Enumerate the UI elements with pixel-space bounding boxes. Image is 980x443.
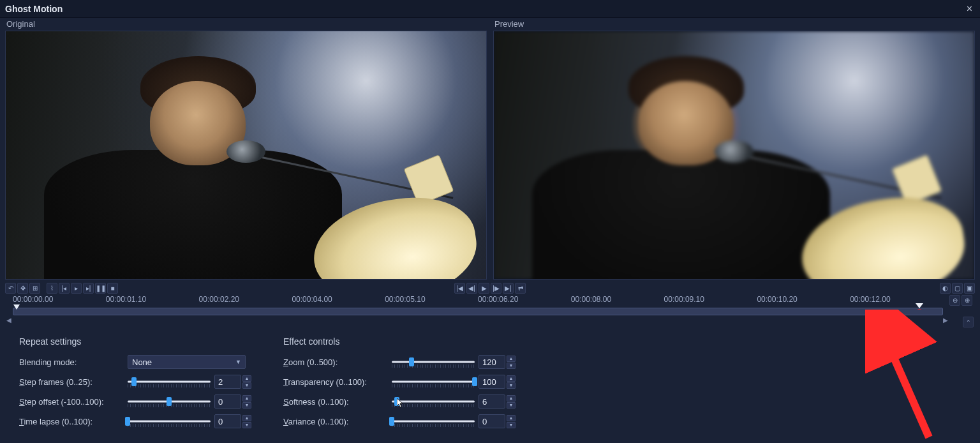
playhead-marker[interactable] [13, 304, 20, 310]
close-button[interactable]: × [964, 3, 975, 15]
tick-8: 00:00:10.20 [757, 295, 797, 304]
tick-6: 00:00:08.00 [571, 295, 611, 304]
timeline-zoom-in-button[interactable]: ⊕ [961, 295, 972, 306]
tick-3: 00:00:04.00 [292, 295, 332, 304]
settings-area: Repeat settings Blending mode: None ▼ St… [0, 325, 980, 433]
scroll-left-button[interactable]: ◀ [6, 317, 11, 324]
play-button[interactable]: ▶ [479, 283, 489, 294]
effect-controls-panel: Effect controls Zoom (0..500): ▲▼ Transp… [283, 336, 516, 428]
preview-label: Preview [494, 19, 975, 29]
variance-slider[interactable] [392, 416, 475, 427]
tick-9: 00:00:12.00 [850, 295, 890, 304]
next-keyframe-button[interactable]: ▸| [83, 283, 94, 294]
step-frames-slider[interactable] [128, 376, 211, 387]
repeat-heading: Repeat settings [19, 336, 251, 347]
time-lapse-slider[interactable] [128, 416, 211, 427]
timeline-zoom-out-button[interactable]: ⊖ [949, 295, 960, 306]
variance-input[interactable] [479, 414, 505, 428]
zigzag-button[interactable]: ⌇ [47, 283, 57, 294]
timeline-track-row [0, 308, 980, 317]
transparency-slider[interactable] [392, 376, 475, 387]
tick-0: 00:00:00.00 [13, 295, 53, 304]
effect-heading: Effect controls [283, 336, 516, 347]
fullscreen-button[interactable]: ▣ [964, 283, 975, 294]
blending-mode-label: Blending mode: [19, 357, 128, 367]
tick-7: 00:00:09.10 [664, 295, 704, 304]
zoom-input[interactable] [479, 355, 505, 369]
scroll-right-button[interactable]: ▶ [943, 317, 948, 324]
gauge-button[interactable]: ◐ [940, 283, 951, 294]
tick-5: 00:00:06.20 [478, 295, 518, 304]
preview-video[interactable] [493, 31, 975, 280]
transport-controls: |◀ ◀| ▶ |▶ ▶| ⇄ [454, 283, 526, 294]
pause-small-button[interactable]: ❚❚ [95, 283, 106, 294]
go-start-button[interactable]: |◀ [454, 283, 465, 294]
time-lapse-spinner[interactable]: ▲▼ [242, 415, 251, 428]
crop-tool-button[interactable]: ⊞ [29, 283, 40, 294]
step-offset-slider[interactable] [128, 396, 211, 407]
step-forward-button[interactable]: |▶ [491, 283, 501, 294]
play-small-button[interactable]: ▸ [71, 283, 82, 294]
prev-keyframe-button[interactable]: |◂ [59, 283, 70, 294]
step-offset-input[interactable] [214, 394, 241, 409]
softness-spinner[interactable]: ▲▼ [507, 395, 516, 409]
toolbar: ↶ ✥ ⊞ ⌇ |◂ ▸ ▸| ❚❚ ■ |◀ ◀| ▶ |▶ ▶| ⇄ ◐ ▢… [0, 281, 980, 295]
blending-mode-dropdown[interactable]: None ▼ [128, 355, 246, 369]
title-bar: Ghost Motion × [0, 0, 980, 18]
step-frames-input[interactable] [214, 375, 241, 389]
zoom-label: Zoom (0..500): [283, 357, 392, 367]
zoom-spinner[interactable]: ▲▼ [507, 356, 516, 369]
tick-4: 00:00:05.10 [385, 295, 425, 304]
variance-label: Variance (0..100): [283, 417, 392, 426]
step-offset-spinner[interactable]: ▲▼ [242, 395, 251, 409]
original-pane: Original [5, 19, 487, 280]
right-tools: ◐ ▢ ▣ [940, 283, 975, 294]
zoom-slider[interactable] [392, 356, 475, 368]
stop-small-button[interactable]: ■ [107, 283, 118, 294]
preview-pane: Preview [493, 19, 975, 280]
blending-mode-value: None [132, 357, 152, 367]
transparency-label: Transparency (0..100): [283, 377, 392, 387]
variance-spinner[interactable]: ▲▼ [507, 415, 516, 428]
repeat-settings-panel: Repeat settings Blending mode: None ▼ St… [19, 336, 251, 428]
transparency-spinner[interactable]: ▲▼ [507, 375, 516, 389]
transparency-input[interactable] [479, 375, 505, 389]
collapse-button[interactable]: ⌃ [963, 317, 974, 327]
step-frames-label: Step frames (0..25): [19, 377, 128, 387]
tick-2: 00:00:02.20 [199, 295, 239, 304]
loop-button[interactable]: ⇄ [515, 283, 526, 294]
compare-view-button[interactable]: ▢ [952, 283, 963, 294]
softness-label: Softness (0..100): [283, 397, 392, 407]
chevron-down-icon: ▼ [235, 359, 241, 365]
softness-slider[interactable] [392, 396, 475, 407]
step-frames-spinner[interactable]: ▲▼ [242, 375, 251, 389]
window-title: Ghost Motion [5, 4, 63, 14]
timeline-ruler[interactable]: 00:00:00.00 00:00:01.10 00:00:02.20 00:0… [13, 295, 943, 308]
clip-end-marker[interactable] [916, 303, 923, 310]
step-offset-label: Step offset (-100..100): [19, 397, 128, 407]
undo-button[interactable]: ↶ [5, 283, 16, 294]
original-video[interactable] [5, 31, 487, 280]
step-back-button[interactable]: ◀| [466, 283, 477, 294]
softness-input[interactable] [479, 394, 505, 409]
original-label: Original [6, 19, 487, 29]
tick-1: 00:00:01.10 [106, 295, 146, 304]
preview-area: Original Preview [0, 18, 980, 281]
time-lapse-input[interactable] [214, 414, 241, 428]
timeline-track[interactable] [13, 308, 943, 315]
move-tool-button[interactable]: ✥ [17, 283, 28, 294]
time-lapse-label: Time lapse (0..100): [19, 417, 128, 426]
go-end-button[interactable]: ▶| [503, 283, 514, 294]
